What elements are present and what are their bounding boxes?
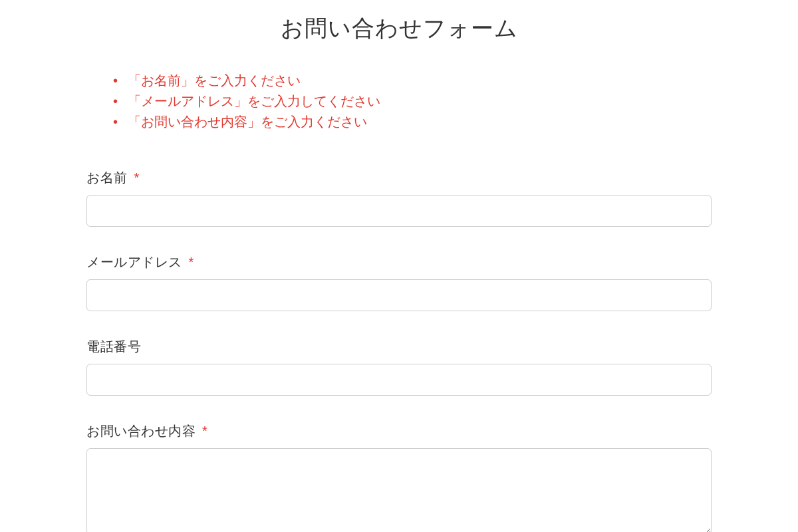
email-label: メールアドレス * xyxy=(86,253,712,271)
error-item: 「お問い合わせ内容」をご入力ください xyxy=(113,112,712,132)
phone-label: 電話番号 xyxy=(86,338,712,356)
name-label: お名前 * xyxy=(86,169,712,187)
form-group-email: メールアドレス * xyxy=(86,253,712,311)
email-label-text: メールアドレス xyxy=(86,255,182,269)
form-title: お問い合わせフォーム xyxy=(86,13,712,44)
message-label: お問い合わせ内容 * xyxy=(86,422,712,440)
message-textarea[interactable] xyxy=(86,448,712,532)
name-input[interactable] xyxy=(86,195,712,227)
required-asterisk-icon: * xyxy=(202,424,207,438)
error-item: 「メールアドレス」をご入力してください xyxy=(113,91,712,112)
error-item: 「お名前」をご入力ください xyxy=(113,70,712,91)
form-group-phone: 電話番号 xyxy=(86,338,712,396)
error-list: 「お名前」をご入力ください 「メールアドレス」をご入力してください 「お問い合わ… xyxy=(113,70,712,132)
phone-label-text: 電話番号 xyxy=(86,339,141,354)
contact-form-container: お問い合わせフォーム 「お名前」をご入力ください 「メールアドレス」をご入力して… xyxy=(0,0,798,532)
form-group-name: お名前 * xyxy=(86,169,712,227)
email-input[interactable] xyxy=(86,279,712,311)
required-asterisk-icon: * xyxy=(189,255,194,269)
required-asterisk-icon: * xyxy=(134,170,140,185)
phone-input[interactable] xyxy=(86,364,712,396)
name-label-text: お名前 xyxy=(86,170,128,185)
form-group-message: お問い合わせ内容 * xyxy=(86,422,712,532)
message-label-text: お問い合わせ内容 xyxy=(86,424,196,438)
